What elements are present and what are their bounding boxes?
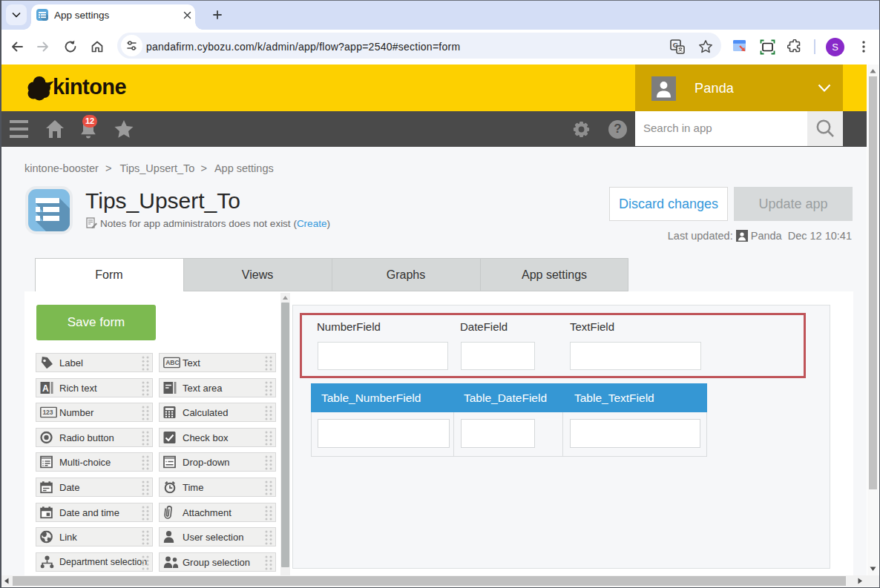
svg-text:ABC: ABC	[165, 359, 179, 366]
svg-text:A: A	[42, 383, 49, 393]
svg-text:123: 123	[42, 409, 53, 416]
